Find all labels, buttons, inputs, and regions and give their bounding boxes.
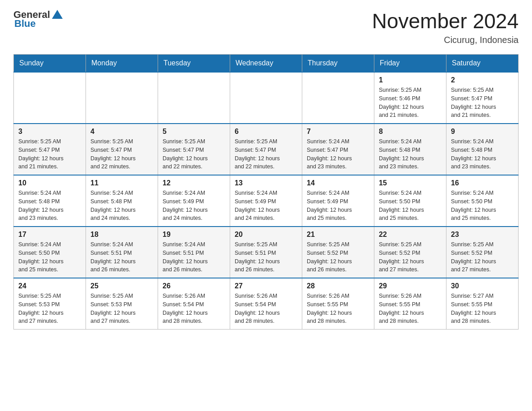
calendar-cell: 3Sunrise: 5:25 AMSunset: 5:47 PMDaylight… [14, 124, 86, 175]
day-info: Sunrise: 5:24 AMSunset: 5:50 PMDaylight:… [18, 240, 81, 274]
day-info: Sunrise: 5:24 AMSunset: 5:49 PMDaylight:… [235, 189, 297, 223]
day-info: Sunrise: 5:24 AMSunset: 5:47 PMDaylight:… [307, 137, 369, 171]
day-number: 15 [379, 179, 442, 187]
calendar-cell: 6Sunrise: 5:25 AMSunset: 5:47 PMDaylight… [230, 124, 302, 175]
day-number: 26 [163, 282, 225, 290]
day-info: Sunrise: 5:25 AMSunset: 5:47 PMDaylight:… [18, 137, 81, 171]
calendar-cell: 8Sunrise: 5:24 AMSunset: 5:48 PMDaylight… [374, 124, 446, 175]
day-number: 14 [307, 179, 369, 187]
day-info: Sunrise: 5:26 AMSunset: 5:54 PMDaylight:… [163, 292, 225, 325]
calendar-table: SundayMondayTuesdayWednesdayThursdayFrid… [13, 54, 519, 330]
calendar-subtitle: Cicurug, Indonesia [372, 35, 519, 45]
calendar-cell: 18Sunrise: 5:24 AMSunset: 5:51 PMDayligh… [86, 227, 158, 278]
calendar-cell: 29Sunrise: 5:26 AMSunset: 5:55 PMDayligh… [374, 278, 446, 330]
day-info: Sunrise: 5:25 AMSunset: 5:51 PMDaylight:… [235, 240, 297, 274]
weekday-header-sunday: Sunday [14, 55, 86, 73]
calendar-cell [86, 72, 158, 124]
day-number: 7 [307, 128, 369, 136]
day-number: 10 [18, 179, 81, 187]
calendar-cell: 7Sunrise: 5:24 AMSunset: 5:47 PMDaylight… [302, 124, 374, 175]
day-number: 17 [18, 231, 81, 239]
day-info: Sunrise: 5:27 AMSunset: 5:55 PMDaylight:… [451, 292, 514, 325]
day-number: 11 [90, 179, 153, 187]
logo: General Blue [13, 9, 64, 30]
title-area: November 2024 Cicurug, Indonesia [372, 9, 519, 45]
day-info: Sunrise: 5:25 AMSunset: 5:52 PMDaylight:… [307, 240, 369, 274]
day-number: 29 [379, 282, 442, 290]
day-info: Sunrise: 5:24 AMSunset: 5:51 PMDaylight:… [163, 240, 225, 274]
day-info: Sunrise: 5:25 AMSunset: 5:47 PMDaylight:… [235, 137, 297, 171]
day-number: 21 [307, 231, 369, 239]
weekday-header-row: SundayMondayTuesdayWednesdayThursdayFrid… [14, 55, 519, 73]
day-number: 30 [451, 282, 514, 290]
calendar-cell: 17Sunrise: 5:24 AMSunset: 5:50 PMDayligh… [14, 227, 86, 278]
weekday-header-friday: Friday [374, 55, 446, 73]
day-number: 27 [235, 282, 297, 290]
calendar-cell: 23Sunrise: 5:25 AMSunset: 5:52 PMDayligh… [446, 227, 519, 278]
calendar-cell: 30Sunrise: 5:27 AMSunset: 5:55 PMDayligh… [446, 278, 519, 330]
day-number: 24 [18, 282, 81, 290]
day-number: 1 [379, 76, 442, 84]
calendar-cell: 1Sunrise: 5:25 AMSunset: 5:46 PMDaylight… [374, 72, 446, 124]
day-info: Sunrise: 5:24 AMSunset: 5:49 PMDaylight:… [307, 189, 369, 223]
day-number: 16 [451, 179, 514, 187]
calendar-cell: 2Sunrise: 5:25 AMSunset: 5:47 PMDaylight… [446, 72, 519, 124]
calendar-cell: 24Sunrise: 5:25 AMSunset: 5:53 PMDayligh… [14, 278, 86, 330]
day-number: 25 [90, 282, 153, 290]
day-info: Sunrise: 5:25 AMSunset: 5:53 PMDaylight:… [18, 292, 81, 325]
day-number: 5 [163, 128, 225, 136]
day-number: 13 [235, 179, 297, 187]
day-info: Sunrise: 5:24 AMSunset: 5:48 PMDaylight:… [379, 137, 442, 171]
day-info: Sunrise: 5:26 AMSunset: 5:55 PMDaylight:… [307, 292, 369, 325]
day-info: Sunrise: 5:25 AMSunset: 5:52 PMDaylight:… [379, 240, 442, 274]
calendar-cell: 11Sunrise: 5:24 AMSunset: 5:48 PMDayligh… [86, 175, 158, 227]
svg-marker-0 [52, 10, 63, 19]
day-number: 19 [163, 231, 225, 239]
day-number: 3 [18, 128, 81, 136]
day-number: 18 [90, 231, 153, 239]
calendar-cell: 16Sunrise: 5:24 AMSunset: 5:50 PMDayligh… [446, 175, 519, 227]
calendar-cell: 21Sunrise: 5:25 AMSunset: 5:52 PMDayligh… [302, 227, 374, 278]
day-info: Sunrise: 5:24 AMSunset: 5:48 PMDaylight:… [90, 189, 153, 223]
day-info: Sunrise: 5:24 AMSunset: 5:49 PMDaylight:… [163, 189, 225, 223]
calendar-cell: 27Sunrise: 5:26 AMSunset: 5:54 PMDayligh… [230, 278, 302, 330]
calendar-cell: 9Sunrise: 5:24 AMSunset: 5:48 PMDaylight… [446, 124, 519, 175]
calendar-cell: 22Sunrise: 5:25 AMSunset: 5:52 PMDayligh… [374, 227, 446, 278]
header: General Blue November 2024 Cicurug, Indo… [13, 9, 519, 45]
day-number: 23 [451, 231, 514, 239]
day-info: Sunrise: 5:25 AMSunset: 5:46 PMDaylight:… [379, 86, 442, 120]
calendar-title: November 2024 [372, 9, 519, 33]
week-row-5: 24Sunrise: 5:25 AMSunset: 5:53 PMDayligh… [14, 278, 519, 330]
calendar-cell: 15Sunrise: 5:24 AMSunset: 5:50 PMDayligh… [374, 175, 446, 227]
weekday-header-thursday: Thursday [302, 55, 374, 73]
day-info: Sunrise: 5:26 AMSunset: 5:55 PMDaylight:… [379, 292, 442, 325]
day-info: Sunrise: 5:25 AMSunset: 5:53 PMDaylight:… [90, 292, 153, 325]
calendar-cell: 19Sunrise: 5:24 AMSunset: 5:51 PMDayligh… [158, 227, 230, 278]
calendar-cell: 13Sunrise: 5:24 AMSunset: 5:49 PMDayligh… [230, 175, 302, 227]
day-info: Sunrise: 5:24 AMSunset: 5:48 PMDaylight:… [451, 137, 514, 171]
weekday-header-wednesday: Wednesday [230, 55, 302, 73]
calendar-cell: 4Sunrise: 5:25 AMSunset: 5:47 PMDaylight… [86, 124, 158, 175]
calendar-cell: 28Sunrise: 5:26 AMSunset: 5:55 PMDayligh… [302, 278, 374, 330]
day-number: 2 [451, 76, 514, 84]
day-info: Sunrise: 5:26 AMSunset: 5:54 PMDaylight:… [235, 292, 297, 325]
week-row-2: 3Sunrise: 5:25 AMSunset: 5:47 PMDaylight… [14, 124, 519, 175]
day-info: Sunrise: 5:25 AMSunset: 5:47 PMDaylight:… [163, 137, 225, 171]
day-number: 6 [235, 128, 297, 136]
day-number: 8 [379, 128, 442, 136]
calendar-cell: 10Sunrise: 5:24 AMSunset: 5:48 PMDayligh… [14, 175, 86, 227]
day-info: Sunrise: 5:25 AMSunset: 5:52 PMDaylight:… [451, 240, 514, 274]
week-row-3: 10Sunrise: 5:24 AMSunset: 5:48 PMDayligh… [14, 175, 519, 227]
day-info: Sunrise: 5:24 AMSunset: 5:50 PMDaylight:… [379, 189, 442, 223]
day-number: 28 [307, 282, 369, 290]
day-number: 12 [163, 179, 225, 187]
week-row-4: 17Sunrise: 5:24 AMSunset: 5:50 PMDayligh… [14, 227, 519, 278]
calendar-cell: 12Sunrise: 5:24 AMSunset: 5:49 PMDayligh… [158, 175, 230, 227]
calendar-cell: 5Sunrise: 5:25 AMSunset: 5:47 PMDaylight… [158, 124, 230, 175]
logo-triangle-icon [51, 8, 64, 21]
calendar-cell: 26Sunrise: 5:26 AMSunset: 5:54 PMDayligh… [158, 278, 230, 330]
weekday-header-monday: Monday [86, 55, 158, 73]
calendar-cell [302, 72, 374, 124]
calendar-cell: 14Sunrise: 5:24 AMSunset: 5:49 PMDayligh… [302, 175, 374, 227]
calendar-cell [14, 72, 86, 124]
